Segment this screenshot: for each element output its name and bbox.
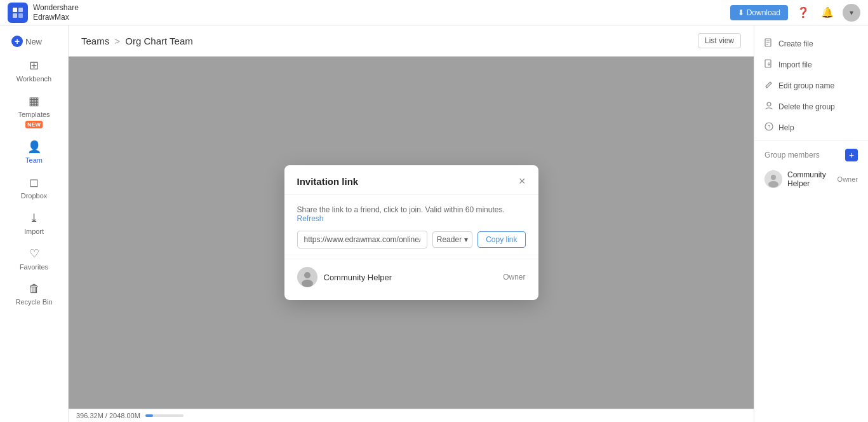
notification-icon-button[interactable]: 🔔 xyxy=(818,4,836,21)
sidebar-item-new-label: New xyxy=(25,37,42,46)
recycle-bin-icon: 🗑 xyxy=(29,282,40,296)
usage-bar xyxy=(145,414,184,417)
breadcrumb-page: Org Chart Team xyxy=(125,36,192,46)
page-header: Teams > Org Chart Team List view xyxy=(69,25,754,57)
svg-rect-11 xyxy=(765,60,771,67)
group-members-header: Group members + xyxy=(754,144,868,167)
logo-text: Wondershare EdrawMax xyxy=(33,3,79,22)
right-panel-create-file[interactable]: Create file xyxy=(754,33,868,54)
svg-rect-3 xyxy=(18,13,23,18)
modal-member-name: Community Helper xyxy=(324,273,497,282)
chevron-down-icon: ▾ xyxy=(464,235,468,244)
modal-header: Invitation link × xyxy=(284,165,538,195)
logo-area: Wondershare EdrawMax xyxy=(8,3,79,23)
member-avatar xyxy=(765,170,782,188)
modal-body: Share the link to a friend, click to joi… xyxy=(284,195,538,300)
sidebar-item-workbench[interactable]: ⊞ Workbench xyxy=(4,53,64,88)
modal-overlay: Invitation link × Share the link to a fr… xyxy=(69,57,754,409)
right-panel-edit-group[interactable]: Edit group name xyxy=(754,75,868,96)
copy-link-button[interactable]: Copy link xyxy=(477,231,525,248)
modal-title: Invitation link xyxy=(297,176,359,187)
sidebar-item-recycle-bin[interactable]: 🗑 Recycle Bin xyxy=(4,277,64,311)
modal-description: Share the link to a friend, click to joi… xyxy=(297,205,526,223)
right-panel-delete-group[interactable]: Delete the group xyxy=(754,96,868,117)
download-icon: ⬇ xyxy=(738,8,744,17)
role-select[interactable]: Reader ▾ xyxy=(432,231,472,248)
import-file-icon xyxy=(765,59,773,70)
modal-close-button[interactable]: × xyxy=(519,175,526,187)
import-icon: ⤓ xyxy=(29,211,39,225)
list-view-button[interactable]: List view xyxy=(698,33,741,48)
svg-rect-1 xyxy=(18,8,23,12)
sidebar-item-import[interactable]: ⤓ Import xyxy=(4,206,64,240)
team-icon: 👤 xyxy=(27,140,41,154)
create-file-label: Create file xyxy=(778,39,813,48)
sidebar-item-new[interactable]: + New xyxy=(4,31,64,52)
topbar-actions: ⬇ Download ❓ 🔔 ▾ xyxy=(730,4,860,22)
favorites-icon: ♡ xyxy=(29,247,39,261)
sidebar-item-favorites[interactable]: ♡ Favorites xyxy=(4,242,64,276)
group-members-label: Group members xyxy=(765,151,820,160)
svg-point-6 xyxy=(302,280,313,287)
sidebar-item-workbench-label: Workbench xyxy=(17,75,51,83)
sidebar-item-dropbox[interactable]: ◻ Dropbox xyxy=(4,170,64,205)
add-member-button[interactable]: + xyxy=(845,149,858,161)
usage-text: 396.32M / 2048.00M xyxy=(76,412,140,419)
link-input[interactable] xyxy=(297,231,427,248)
create-file-icon xyxy=(765,38,773,49)
help-icon-button[interactable]: ❓ xyxy=(794,4,812,21)
sidebar-item-recycle-bin-label: Recycle Bin xyxy=(15,298,52,306)
templates-icon: ▦ xyxy=(29,94,39,108)
sidebar-item-favorites-label: Favorites xyxy=(20,263,48,271)
content-area: Teams > Org Chart Team List view Invitat… xyxy=(69,25,754,422)
svg-point-19 xyxy=(768,181,778,187)
link-row: Reader ▾ Copy link xyxy=(297,231,526,248)
sidebar-item-dropbox-label: Dropbox xyxy=(21,192,48,200)
templates-new-badge: NEW xyxy=(25,121,43,128)
sidebar: + New ⊞ Workbench ▦ Templates NEW 👤 Team… xyxy=(0,25,69,422)
right-panel-import-file[interactable]: Import file xyxy=(754,54,868,75)
download-button[interactable]: ⬇ Download xyxy=(730,5,788,20)
member-role: Owner xyxy=(838,175,858,183)
topbar: Wondershare EdrawMax ⬇ Download ❓ 🔔 ▾ xyxy=(0,0,868,25)
dropbox-icon: ◻ xyxy=(29,175,39,189)
sidebar-item-team-label: Team xyxy=(25,156,43,164)
right-panel-help[interactable]: ? Help xyxy=(754,117,868,138)
import-file-label: Import file xyxy=(778,60,812,69)
sidebar-item-templates[interactable]: ▦ Templates NEW xyxy=(4,89,64,133)
svg-point-5 xyxy=(304,272,310,278)
help-label: Help xyxy=(778,123,794,132)
member-item: Community Helper Owner xyxy=(754,167,868,192)
usage-bar-fill xyxy=(145,414,153,417)
bottom-bar: 396.32M / 2048.00M xyxy=(69,409,754,422)
modal-member-avatar xyxy=(297,267,317,287)
modal-member-item: Community Helper Owner xyxy=(297,267,526,287)
modal-divider xyxy=(284,259,538,259)
sidebar-item-import-label: Import xyxy=(24,228,44,235)
logo-icon xyxy=(8,3,28,23)
edit-group-label: Edit group name xyxy=(778,81,834,90)
new-icon: + xyxy=(11,36,23,47)
breadcrumb-root: Teams xyxy=(81,36,109,46)
svg-rect-2 xyxy=(13,13,17,18)
right-panel: Create file Import file Edit group name … xyxy=(754,25,868,422)
sidebar-item-team[interactable]: 👤 Team xyxy=(4,135,64,169)
member-name: Community Helper xyxy=(787,170,832,188)
breadcrumb-separator: > xyxy=(114,36,120,46)
edit-group-icon xyxy=(765,80,773,91)
sidebar-item-templates-label: Templates xyxy=(18,111,50,118)
delete-group-icon xyxy=(765,101,773,112)
svg-point-18 xyxy=(771,175,776,180)
svg-text:?: ? xyxy=(768,124,771,130)
svg-point-14 xyxy=(767,102,771,106)
workbench-icon: ⊞ xyxy=(29,58,39,72)
user-avatar-button[interactable]: ▾ xyxy=(843,4,860,22)
invitation-link-modal: Invitation link × Share the link to a fr… xyxy=(284,165,538,300)
breadcrumb: Teams > Org Chart Team xyxy=(81,36,193,46)
page-body: Invitation link × Share the link to a fr… xyxy=(69,57,754,409)
modal-member-role: Owner xyxy=(503,273,525,282)
help-icon: ? xyxy=(765,122,773,133)
svg-rect-0 xyxy=(13,8,17,12)
delete-group-label: Delete the group xyxy=(778,102,835,111)
refresh-link[interactable]: Refresh xyxy=(297,214,324,223)
